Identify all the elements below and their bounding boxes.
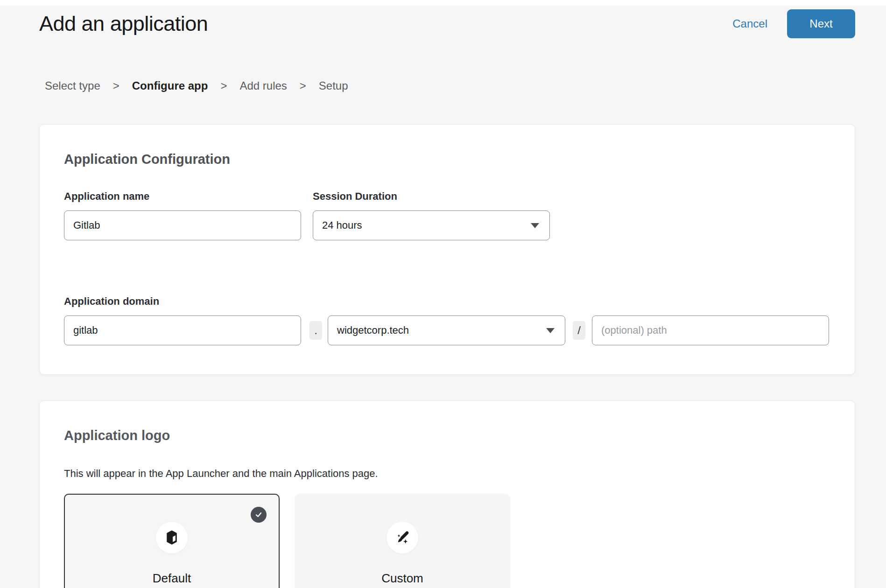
application-logo-description: This will appear in the App Launcher and… [64,468,830,480]
breadcrumb-step-add-rules[interactable]: Add rules [239,79,287,92]
domain-dot-separator: . [309,321,322,340]
custom-logo-circle [387,522,418,553]
logo-options: Default Custom [64,494,830,588]
page-header: Add an application Cancel Next [39,9,855,38]
breadcrumb: Select type > Configure app > Add rules … [39,79,855,92]
application-name-label: Application name [64,190,301,203]
breadcrumb-step-select-type[interactable]: Select type [45,79,100,92]
page-title: Add an application [39,12,208,36]
breadcrumb-separator: > [220,79,227,92]
top-header-strip [0,0,886,6]
default-logo-circle [156,522,188,553]
cube-icon [164,530,180,546]
breadcrumb-step-setup[interactable]: Setup [319,79,348,92]
application-logo-heading: Application logo [64,428,830,443]
next-button[interactable]: Next [787,9,855,38]
session-duration-value: 24 hours [322,219,362,231]
application-name-input[interactable] [64,210,301,240]
application-configuration-card: Application Configuration Application na… [39,124,855,375]
application-name-field: Application name [64,190,301,240]
session-duration-field: Session Duration 24 hours [313,190,550,240]
application-domain-label: Application domain [64,295,830,308]
session-duration-select[interactable]: 24 hours [313,210,550,240]
application-domain-row: . widgetcorp.tech / [64,315,830,345]
selected-check-badge [251,507,267,523]
name-session-row: Application name Session Duration 24 hou… [64,190,830,240]
paintbrush-icon [394,529,411,546]
logo-option-label: Custom [381,571,423,586]
application-logo-card: Application logo This will appear in the… [39,400,855,588]
session-duration-label: Session Duration [313,190,550,203]
breadcrumb-separator: > [113,79,120,92]
chevron-down-icon [531,223,539,228]
application-configuration-heading: Application Configuration [64,152,830,167]
logo-option-custom[interactable]: Custom [295,494,510,588]
domain-slash-separator: / [573,321,585,340]
logo-option-label: Default [153,571,191,586]
domain-select-value: widgetcorp.tech [337,324,409,336]
header-actions: Cancel Next [732,9,855,38]
path-input[interactable] [592,315,829,345]
cancel-button[interactable]: Cancel [732,17,767,30]
chevron-down-icon [546,328,555,333]
logo-option-default[interactable]: Default [64,494,280,588]
domain-select[interactable]: widgetcorp.tech [328,315,565,345]
check-icon [254,510,263,519]
breadcrumb-separator: > [300,79,306,92]
add-application-page: Add an application Cancel Next Select ty… [0,9,886,588]
subdomain-input[interactable] [64,315,301,345]
breadcrumb-step-configure-app[interactable]: Configure app [132,79,208,92]
